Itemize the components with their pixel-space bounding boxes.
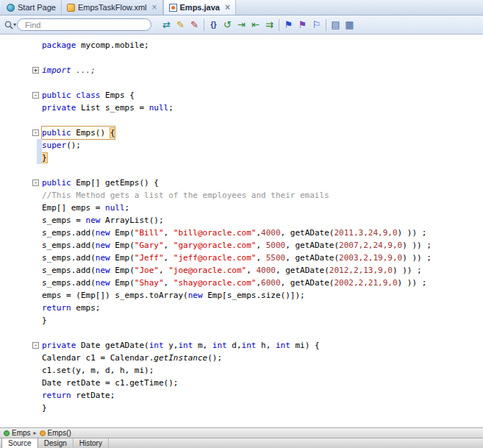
- view-tab-history[interactable]: History: [74, 438, 109, 448]
- code-line[interactable]: emps = (Emp[]) s_emps.toArray(new Emp[s_…: [0, 289, 483, 302]
- collapse-icon[interactable]: -: [32, 342, 39, 349]
- code-line[interactable]: Emp[] emps = null;: [0, 202, 483, 214]
- gutter: -: [0, 89, 42, 102]
- code-line[interactable]: -public Emp[] getEmps() {: [0, 177, 483, 189]
- breadcrumb-class-icon: [4, 430, 10, 436]
- code-line[interactable]: Calendar c1 = Calendar.getInstance();: [0, 352, 483, 364]
- code-token: 5000: [266, 241, 286, 250]
- code-line[interactable]: Date retDate = c1.getTime();: [0, 377, 483, 389]
- code-line[interactable]: [0, 164, 483, 177]
- code-line[interactable]: }: [0, 402, 483, 414]
- navigate-swap-icon[interactable]: ⇄: [160, 18, 173, 32]
- code-line[interactable]: c1.set(y, m, d, h, mi);: [0, 364, 483, 377]
- code-token: Emp(: [110, 278, 135, 288]
- mark-pen-icon[interactable]: ✎: [187, 18, 201, 32]
- code-line[interactable]: s_emps.add(new Emp("Shay", "shay@oracle.…: [0, 277, 483, 289]
- toolbar-separator: [326, 19, 326, 31]
- highlight-pen-icon[interactable]: ✎: [173, 18, 187, 32]
- code-line[interactable]: }: [0, 314, 483, 327]
- taskflow-icon: [67, 4, 75, 12]
- code-token: return: [42, 303, 71, 313]
- braces-icon[interactable]: {}: [207, 18, 221, 32]
- code-line[interactable]: }: [0, 152, 483, 164]
- next-bookmark-icon[interactable]: ⚑: [296, 18, 310, 32]
- quick-outline-icon[interactable]: ▦: [343, 18, 357, 32]
- gutter: [0, 289, 42, 302]
- code-text: emps = (Emp[]) s_emps.toArray(new Emp[s_…: [42, 289, 305, 302]
- toggle-bookmark-icon[interactable]: ⚑: [282, 18, 296, 32]
- code-token: Date getADate(: [76, 341, 149, 350]
- collapse-icon[interactable]: -: [32, 129, 39, 136]
- code-line[interactable]: s_emps.add(new Emp("Gary", "gary@oracle.…: [0, 239, 483, 252]
- code-token: , getADate(: [281, 278, 334, 288]
- document-tabbar: Start PageEmpsTaskFlow.xml×Emps.java×: [0, 0, 483, 15]
- code-line[interactable]: package mycomp.mobile;: [0, 39, 483, 51]
- code-token: Emp(: [110, 266, 135, 275]
- code-line[interactable]: -public class Emps {: [0, 89, 483, 102]
- code-token: s_emps.add(: [42, 278, 96, 288]
- breadcrumb-item[interactable]: Emps(): [40, 429, 71, 437]
- outdent-icon[interactable]: ⇤: [248, 18, 262, 32]
- code-text: s_emps.add(new Emp("Jeff", "jeff@oracle.…: [42, 252, 432, 264]
- code-text: package mycomp.mobile;: [42, 39, 149, 51]
- find-options-icon[interactable]: ▾: [4, 20, 16, 30]
- code-line[interactable]: s_emps.add(new Emp("Bill", "bill@oracle.…: [0, 227, 483, 239]
- collapse-icon[interactable]: -: [32, 92, 39, 99]
- view-tab-source[interactable]: Source: [1, 438, 38, 448]
- code-line[interactable]: [0, 327, 483, 339]
- code-line[interactable]: +import ...;: [0, 64, 483, 77]
- code-line[interactable]: return emps;: [0, 302, 483, 314]
- code-line[interactable]: s_emps = new ArrayList();: [0, 214, 483, 227]
- code-token: y,: [164, 341, 179, 350]
- code-token: new: [86, 216, 101, 225]
- code-text: import ...;: [42, 64, 96, 77]
- close-tab-icon[interactable]: ×: [225, 4, 230, 11]
- code-token: Emps(): [71, 128, 110, 138]
- code-line[interactable]: [0, 51, 483, 64]
- move-block-icon[interactable]: ⇉: [262, 18, 276, 32]
- prev-bookmark-icon[interactable]: ⚐: [310, 18, 323, 32]
- code-token: m,: [193, 341, 212, 350]
- code-line[interactable]: super();: [0, 139, 483, 152]
- code-token: int: [212, 341, 227, 350]
- code-text: Date retDate = c1.getTime();: [42, 377, 178, 389]
- code-token: ArrayList();: [100, 216, 163, 225]
- tab-EmpsTaskFlow.xml[interactable]: EmpsTaskFlow.xml×: [62, 0, 163, 15]
- code-line[interactable]: -public Emps() {: [0, 127, 483, 139]
- gutter: [0, 202, 42, 214]
- close-tab-icon[interactable]: ×: [152, 4, 157, 11]
- code-line[interactable]: //This Method gets a list of the employe…: [0, 189, 483, 202]
- code-token: 4000: [261, 228, 281, 238]
- code-text: s_emps.add(new Emp("Gary", "gary@oracle.…: [42, 239, 432, 252]
- code-line[interactable]: return retDate;: [0, 389, 483, 402]
- code-token: mycomp.mobile;: [76, 40, 149, 50]
- collapse-icon[interactable]: -: [32, 179, 39, 186]
- code-token: ,: [164, 278, 173, 288]
- expand-icon[interactable]: +: [32, 67, 39, 74]
- code-preview-icon[interactable]: ▤: [329, 18, 343, 32]
- code-line[interactable]: s_emps.add(new Emp("Jeff", "jeff@oracle.…: [0, 252, 483, 264]
- tab-Emps.java[interactable]: Emps.java×: [163, 0, 236, 15]
- code-line[interactable]: [0, 114, 483, 127]
- breadcrumb-item[interactable]: Emps: [4, 429, 31, 437]
- java-file-icon: [169, 4, 177, 12]
- code-line[interactable]: [0, 77, 483, 89]
- gutter: [0, 264, 42, 277]
- find-input[interactable]: [17, 18, 151, 31]
- code-token: 2003,2,19,9,0: [339, 253, 402, 263]
- code-line[interactable]: -private Date getADate(int y,int m, int …: [0, 339, 483, 352]
- view-tab-design[interactable]: Design: [38, 438, 74, 448]
- code-token: new: [96, 278, 110, 288]
- gutter: [0, 39, 42, 51]
- gutter: -: [0, 339, 42, 352]
- indent-icon[interactable]: ⇥: [235, 18, 248, 32]
- code-token: List s_emps =: [76, 103, 149, 113]
- gutter: [0, 102, 42, 114]
- code-line[interactable]: s_emps.add(new Emp("Joe", "joe@oracle.co…: [0, 264, 483, 277]
- code-line[interactable]: private List s_emps = null;: [0, 102, 483, 114]
- tab-Start Page[interactable]: Start Page: [1, 0, 62, 15]
- code-editor[interactable]: package mycomp.mobile;+import ...;-publi…: [0, 35, 483, 427]
- code-token: mi) {: [290, 341, 320, 350]
- reformat-icon[interactable]: ↺: [221, 18, 235, 32]
- code-text: s_emps.add(new Emp("Bill", "bill@oracle.…: [42, 227, 426, 239]
